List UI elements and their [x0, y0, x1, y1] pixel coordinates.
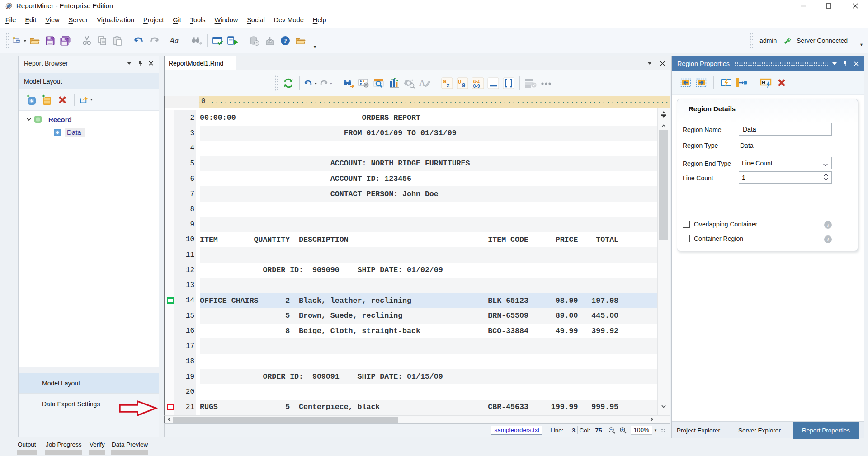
scroll-left-arrow[interactable]: [166, 416, 173, 423]
region-region-next-icon[interactable]: [694, 75, 708, 90]
editor-zoom-preview-icon[interactable]: [372, 75, 386, 91]
window-position-icon[interactable]: [125, 60, 133, 67]
close-button[interactable]: [845, 0, 866, 12]
report-line-20[interactable]: 20: [165, 384, 657, 400]
menu-tools[interactable]: Tools: [186, 13, 210, 27]
region-field-lightning-icon[interactable]: [719, 75, 733, 90]
pin-icon[interactable]: [841, 60, 849, 67]
line-gutter[interactable]: 17: [165, 338, 200, 354]
expand-chevron-icon[interactable]: [26, 116, 32, 122]
close-panel-icon[interactable]: [852, 60, 860, 67]
report-line-8[interactable]: 8: [165, 202, 657, 217]
tree-node-record[interactable]: Record: [19, 114, 159, 124]
line-gutter[interactable]: 16: [165, 324, 200, 339]
report-line-14[interactable]: 14OFFICE CHAIRS 2 Black, leather, reclin…: [165, 293, 657, 308]
toolbar-cut-icon[interactable]: [80, 33, 94, 48]
vertical-scrollbar[interactable]: [657, 108, 670, 415]
tree-node-data[interactable]: Data: [19, 127, 159, 137]
line-gutter[interactable]: 20: [165, 384, 200, 400]
green-region-marker-icon[interactable]: [167, 297, 174, 304]
toolbar-undo-icon[interactable]: [132, 33, 146, 48]
spinner-arrows-icon[interactable]: [823, 173, 829, 181]
info-icon[interactable]: i: [824, 235, 832, 243]
line-gutter[interactable]: 13: [165, 278, 200, 293]
menu-virtualization[interactable]: Virtualization: [92, 13, 139, 27]
toolbar-database-icon[interactable]: [248, 33, 261, 48]
line-gutter[interactable]: 21: [165, 400, 200, 415]
browser-nav-data-export-settings[interactable]: Data Export Settings: [19, 394, 159, 414]
scroll-down-arrow[interactable]: [660, 403, 667, 409]
tab-server-explorer[interactable]: Server Explorer: [734, 422, 785, 439]
region-name-input[interactable]: Data: [739, 123, 832, 136]
toolbar-paste-icon[interactable]: [111, 33, 124, 48]
line-gutter[interactable]: 2: [165, 110, 200, 126]
line-gutter[interactable]: 14: [165, 293, 200, 308]
report-line-4[interactable]: 4: [165, 141, 657, 156]
overlapping-container-checkbox[interactable]: [683, 221, 690, 228]
tab-verify[interactable]: Verify: [89, 441, 105, 455]
editor-settings-gear-icon[interactable]: [403, 75, 416, 91]
region-delete-red-icon[interactable]: [775, 75, 788, 90]
line-gutter[interactable]: 15: [165, 308, 200, 324]
maximize-button[interactable]: [818, 0, 839, 12]
region-end-type-select[interactable]: Line Count: [739, 157, 832, 169]
tab-output[interactable]: Output: [17, 441, 37, 455]
toolbar-grip-right[interactable]: [750, 33, 753, 49]
pin-icon[interactable]: [136, 60, 144, 67]
report-line-7[interactable]: 7 CONTACT PERSON: John Doe: [165, 186, 657, 202]
menu-git[interactable]: Git: [168, 13, 186, 27]
editor-undo-dd-icon[interactable]: [304, 75, 317, 91]
minimize-button[interactable]: [793, 0, 814, 12]
report-line-10[interactable]: 10ITEM QUANTITY DESCRIPTION ITEM-CODE PR…: [165, 232, 657, 248]
editor-sort-09-icon[interactable]: 09: [456, 75, 469, 91]
scroll-up-arrow[interactable]: [660, 123, 667, 129]
zoom-in-icon[interactable]: [619, 427, 627, 434]
line-gutter[interactable]: 9: [165, 217, 200, 232]
report-line-21[interactable]: 21RUGS 5 Centerpiece, black CBR-45633 19…: [165, 400, 657, 415]
menu-view[interactable]: View: [41, 13, 64, 27]
editor-underscore-icon[interactable]: [486, 75, 500, 91]
line-gutter[interactable]: 18: [165, 354, 200, 369]
editor-node-pattern-icon[interactable]: [357, 75, 370, 91]
report-line-3[interactable]: 3 FROM 01/01/09 TO 01/31/09: [165, 126, 657, 141]
line-gutter[interactable]: 10: [165, 232, 200, 248]
menu-file[interactable]: File: [1, 13, 20, 27]
browser-nav-model-layout[interactable]: Model Layout: [19, 373, 159, 394]
tab-job-progress[interactable]: Job Progress: [45, 441, 82, 455]
toolbar-save-icon[interactable]: [43, 33, 57, 48]
line-gutter[interactable]: 4: [165, 141, 200, 156]
report-line-13[interactable]: 13: [165, 278, 657, 293]
report-line-19[interactable]: 19 ORDER ID: 909091 SHIP DATE: 01/15/09: [165, 369, 657, 385]
zoom-level-value[interactable]: 100%: [631, 426, 653, 435]
red-region-marker-icon[interactable]: [167, 404, 174, 410]
toolbar-find-icon[interactable]: [190, 33, 203, 48]
editor-brackets-icon[interactable]: [502, 75, 515, 91]
zoom-out-icon[interactable]: [608, 427, 616, 434]
browser-export-dd-icon[interactable]: [80, 92, 93, 108]
region-properties-titlebar[interactable]: Region Properties: [672, 56, 864, 71]
tree-data-label[interactable]: Data: [65, 128, 85, 137]
toolbar-new-model-dd-icon[interactable]: [13, 33, 26, 48]
zoom-dropdown-icon[interactable]: ▼: [654, 428, 657, 432]
info-icon[interactable]: i: [824, 221, 832, 229]
window-position-icon[interactable]: [830, 60, 839, 67]
line-gutter[interactable]: 11: [165, 247, 200, 263]
report-line-16[interactable]: 16 8 Beige, Cloth, straight-back BCO-338…: [165, 324, 657, 339]
toolbar-save-all-icon[interactable]: [59, 33, 72, 48]
report-text-area[interactable]: 200:00:00 ORDERS REPORT3 FROM 01/01/09 T…: [164, 108, 670, 415]
toolbar-open-folder-icon[interactable]: [28, 33, 42, 48]
report-line-15[interactable]: 15 5 Brown, Suede, reclining BRN-65509 8…: [165, 308, 657, 324]
container-region-checkbox[interactable]: [683, 235, 690, 242]
menu-help[interactable]: Help: [308, 13, 331, 27]
document-tab[interactable]: ReportModel1.Rmd: [164, 56, 236, 70]
report-line-6[interactable]: 6 ACCOUNT ID: 123456: [165, 171, 657, 187]
toolbar-overflow-icon[interactable]: ▼: [313, 45, 317, 49]
ruler-scale[interactable]: 0: [199, 96, 670, 108]
toolbar-folder2-icon[interactable]: [294, 33, 307, 48]
line-gutter[interactable]: 7: [165, 186, 200, 202]
editor-find-pattern-icon[interactable]: [341, 75, 355, 91]
report-line-9[interactable]: 9: [165, 217, 657, 232]
toolbar-right-overflow-icon[interactable]: ▼: [859, 42, 863, 47]
region-h-lightning-icon[interactable]: [760, 75, 773, 90]
toolbar-run-window-icon[interactable]: [226, 33, 240, 48]
